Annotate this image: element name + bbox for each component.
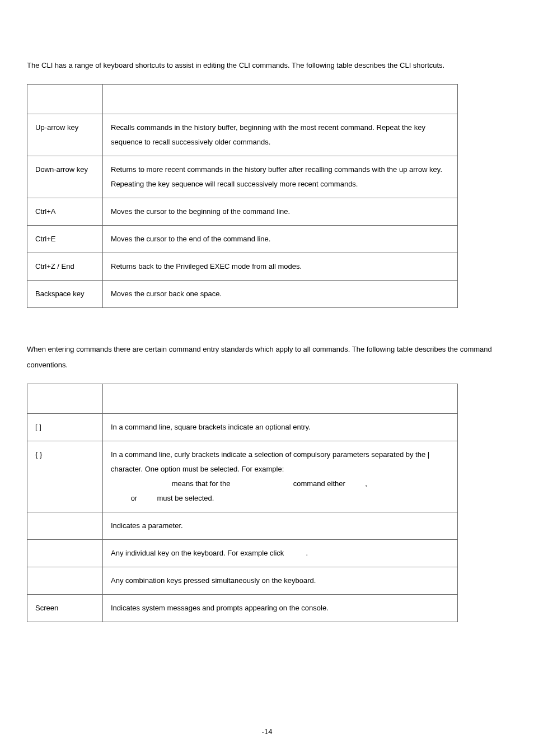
convention-key <box>27 512 103 539</box>
table-row: Any individual key on the keyboard. For … <box>27 539 458 567</box>
intro-paragraph-1: The CLI has a range of keyboard shortcut… <box>27 58 507 74</box>
shortcut-key: Down-arrow key <box>27 156 103 198</box>
table-row: Ctrl+Z / End Returns back to the Privile… <box>27 253 458 280</box>
convention-key <box>27 567 103 594</box>
shortcut-desc: Moves the cursor to the beginning of the… <box>103 198 458 225</box>
page-number: -14 <box>0 724 534 740</box>
desc-text: or <box>131 494 138 502</box>
table-row: Screen Indicates system messages and pro… <box>27 594 458 622</box>
convention-desc: Indicates a parameter. <box>103 512 458 539</box>
desc-text: means that for the <box>172 479 231 488</box>
desc-text: . <box>306 549 308 557</box>
shortcut-desc: Recalls commands in the history buffer, … <box>103 114 458 156</box>
intro-paragraph-2: When entering commands there are certain… <box>27 342 507 374</box>
shortcut-desc: Returns back to the Privileged EXEC mode… <box>103 253 458 280</box>
convention-key <box>27 539 103 567</box>
desc-text: command either <box>293 479 345 488</box>
table-row: Ctrl+E Moves the cursor to the end of th… <box>27 225 458 253</box>
table-header-row <box>27 84 458 114</box>
convention-desc: Any combination keys pressed simultaneou… <box>103 567 458 594</box>
shortcut-key: Backspace key <box>27 280 103 307</box>
shortcut-key: Ctrl+E <box>27 225 103 253</box>
table-row: Ctrl+A Moves the cursor to the beginning… <box>27 198 458 225</box>
table-header-key <box>27 384 103 413</box>
shortcut-key: Up-arrow key <box>27 114 103 156</box>
table-header-desc <box>103 84 458 114</box>
convention-desc: Any individual key on the keyboard. For … <box>103 539 458 567</box>
table-row: Any combination keys pressed simultaneou… <box>27 567 458 594</box>
table-row: Backspace key Moves the cursor back one … <box>27 280 458 307</box>
shortcut-desc: Moves the cursor to the end of the comma… <box>103 225 458 253</box>
table-row: Up-arrow key Recalls commands in the his… <box>27 114 458 156</box>
table-header-desc <box>103 384 458 413</box>
shortcut-key: Ctrl+Z / End <box>27 253 103 280</box>
desc-text: In a command line, curly brackets indica… <box>111 450 429 473</box>
convention-key: { } <box>27 441 103 512</box>
convention-desc: In a command line, square brackets indic… <box>103 413 458 441</box>
convention-desc: In a command line, curly brackets indica… <box>103 441 458 512</box>
convention-desc: Indicates system messages and prompts ap… <box>103 594 458 622</box>
table-header-key <box>27 84 103 114</box>
document-page: The CLI has a range of keyboard shortcut… <box>0 0 534 756</box>
convention-key: [ ] <box>27 413 103 441</box>
shortcut-desc: Moves the cursor back one space. <box>103 280 458 307</box>
shortcut-table: Up-arrow key Recalls commands in the his… <box>27 84 458 308</box>
shortcut-desc: Returns to more recent commands in the h… <box>103 156 458 198</box>
convention-table: [ ] In a command line, square brackets i… <box>27 384 458 622</box>
desc-text: Any individual key on the keyboard. For … <box>111 549 284 557</box>
table-header-row <box>27 384 458 413</box>
table-row: [ ] In a command line, square brackets i… <box>27 413 458 441</box>
convention-key: Screen <box>27 594 103 622</box>
desc-text: must be selected. <box>157 494 214 502</box>
shortcut-key: Ctrl+A <box>27 198 103 225</box>
table-row: Indicates a parameter. <box>27 512 458 539</box>
desc-text: , <box>365 479 367 488</box>
table-row: Down-arrow key Returns to more recent co… <box>27 156 458 198</box>
table-row: { } In a command line, curly brackets in… <box>27 441 458 512</box>
